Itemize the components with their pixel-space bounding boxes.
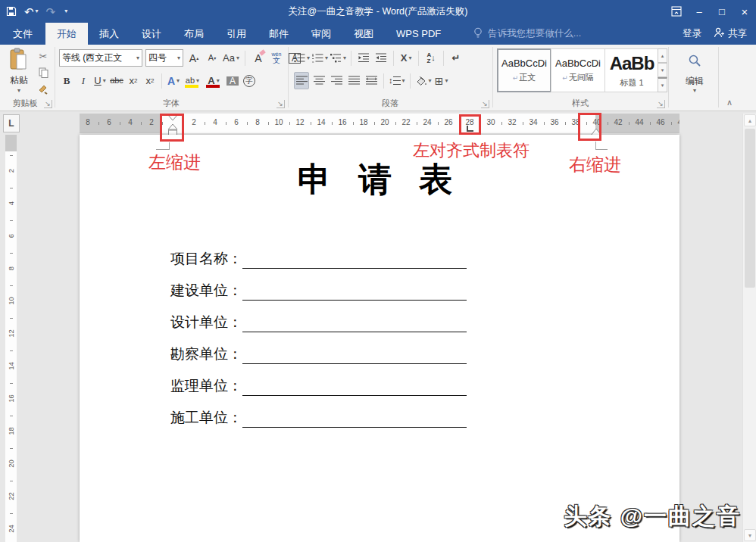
align-center-button[interactable] [311,72,326,89]
scroll-up-icon[interactable]: ▴ [744,114,756,126]
close-button[interactable]: × [733,0,756,23]
quick-access-toolbar: ↶▾ ↷ ▾ [6,0,67,23]
collapse-ribbon-button[interactable]: ∧ [722,98,737,108]
title-bar: ↶▾ ↷ ▾ 关注@一曲之音教学 - Word(产品激活失败) – □ × [0,0,756,23]
superscript-button[interactable]: x2 [142,72,158,89]
ruler-number: 8 [86,118,90,126]
font-name-combo[interactable]: 等线 (西文正文▾ [59,49,142,67]
tab-设计[interactable]: 设计 [130,23,173,45]
asian-layout-button[interactable]: X▾ [398,49,414,67]
line-spacing-button[interactable]: ↕ ▾ [389,72,405,89]
ruler-tick [671,122,672,125]
ruler-number: 20 [7,458,15,469]
ruler-tick [10,383,13,384]
ruler-number: 24 [423,118,431,126]
tab-视图[interactable]: 视图 [342,23,385,45]
sign-in-link[interactable]: 登录 [683,27,701,40]
save-icon[interactable] [6,6,17,17]
tab-邮件[interactable]: 邮件 [258,23,300,45]
justify-button[interactable] [346,72,361,89]
character-shading-button[interactable]: A [225,72,240,89]
distribute-button[interactable] [364,72,379,89]
borders-button[interactable]: ⊞▾ [434,72,449,89]
phonetic-guide-button[interactable]: wén文 [269,49,284,67]
scroll-down-icon[interactable]: ▾ [744,529,756,541]
tab-插入[interactable]: 插入 [88,23,130,45]
shading-bucket-button[interactable]: ▾ [415,72,432,89]
style-card-无间隔[interactable]: AaBbCcDi↵无间隔 [551,48,605,92]
strikethrough-button[interactable]: abc [109,72,124,89]
grow-font-button[interactable]: A▴ [186,49,201,67]
paste-button[interactable]: 粘贴 ▾ [4,48,34,96]
ruler-number: 22 [7,491,15,502]
bold-button[interactable]: B [59,72,74,89]
redo-button[interactable]: ↷ [46,6,56,17]
style-card-标题 1[interactable]: AaBb标题 1 [604,48,659,92]
gallery-up-icon[interactable]: ▴ [658,48,667,63]
highlight-color-button[interactable]: ab▾ [183,72,202,89]
paragraph-row-2: ↕ ▾ ▾ ⊞▾ [294,72,449,89]
paragraph-dialog-launcher[interactable]: ↘ [481,100,489,108]
gallery-more-icon[interactable]: ▾ [658,77,667,92]
editing-dropdown-icon[interactable]: ▾ [676,87,713,94]
tab-布局[interactable]: 布局 [173,23,215,45]
change-case-button[interactable]: Aa▾ [223,49,239,67]
tab-审阅[interactable]: 审阅 [300,23,342,45]
ribbon-display-options-icon[interactable] [665,0,688,23]
clipboard-group-label: 剪贴板 [0,98,50,109]
align-right-button[interactable] [329,72,344,89]
vertical-ruler[interactable]: 24681012141618202224 [5,135,17,542]
underline-button[interactable]: U▾ [92,72,108,89]
sort-button[interactable]: AZ ↓ [423,49,439,67]
numbering-button[interactable]: ▾ [312,49,328,67]
tab-引用[interactable]: 引用 [215,23,258,45]
ruler-tick [565,122,566,125]
clipboard-dialog-launcher[interactable]: ↘ [44,100,52,108]
copy-icon[interactable] [36,66,51,79]
search-button[interactable] [681,50,708,73]
gallery-down-icon[interactable]: ▾ [658,63,667,77]
text-effects-button[interactable]: A▾ [166,72,181,89]
customize-qat-button[interactable]: ▾ [63,8,67,14]
enclose-characters-button[interactable]: 字 [242,72,257,89]
tab-selector-button[interactable]: L [3,114,20,132]
decrease-indent-button[interactable] [356,49,371,67]
ruler-tick [608,122,608,125]
minimize-button[interactable]: – [688,0,711,23]
form-field-row: 施工单位： [170,411,467,428]
style-card-正文[interactable]: AaBbCcDi↵正文 [497,48,551,92]
align-left-button[interactable] [294,72,309,89]
font-color-button[interactable]: A▾ [204,72,223,89]
left-annotation-connector-h [156,149,170,150]
undo-button[interactable]: ↶▾ [24,6,39,17]
bullets-button[interactable]: ▾ [294,49,310,67]
scrollbar-thumb[interactable] [745,129,755,288]
ruler-tick [10,448,13,449]
share-button[interactable]: 共享 [714,27,747,40]
tab-开始[interactable]: 开始 [45,23,88,45]
font-size-combo[interactable]: 四号▾ [145,49,183,67]
ruler-number: 18 [359,118,367,126]
ruler-number: 2 [192,118,196,126]
tell-me-box[interactable]: 告诉我您想要做什么... [473,23,581,45]
tab-WPS PDF[interactable]: WPS PDF [385,23,452,45]
tab-file[interactable]: 文件 [0,23,45,45]
increase-indent-button[interactable] [373,49,389,67]
paragraph-group-label: 段落 [288,98,492,109]
ruler-tick [629,122,629,125]
font-dialog-launcher[interactable]: ↘ [276,100,285,108]
show-hide-marks-button[interactable]: ↵ [448,49,464,67]
clear-formatting-button[interactable]: A [251,49,266,67]
cut-icon[interactable]: ✂ [36,49,51,63]
maximize-button[interactable]: □ [711,0,733,23]
right-indent-highlight-box [578,113,601,141]
format-painter-icon[interactable] [36,83,51,96]
italic-button[interactable]: I [76,72,91,89]
vertical-scrollbar[interactable]: ▴ ▾ [742,114,756,542]
multilevel-list-button[interactable]: ▾ [330,49,346,67]
form-field-row: 项目名称： [170,252,467,269]
shrink-font-button[interactable]: A▾ [205,49,220,67]
styles-dialog-launcher[interactable]: ↘ [657,100,665,108]
editing-group-label[interactable]: 编辑 [676,75,713,88]
subscript-button[interactable]: x2 [126,72,141,89]
